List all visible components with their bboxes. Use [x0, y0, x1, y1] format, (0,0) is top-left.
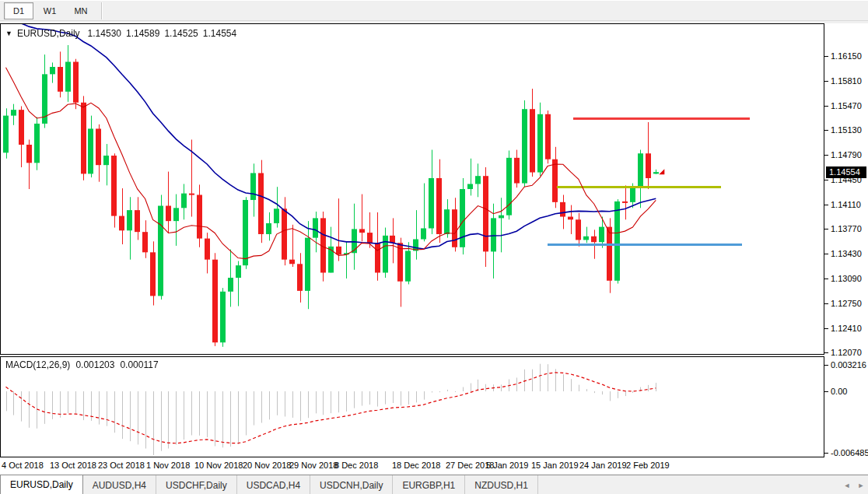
date-axis-label: 8 Dec 2018 [334, 461, 378, 470]
axis-tick [824, 106, 828, 107]
chart-title: ▼ EURUSD,Daily 1.14530 1.14589 1.14525 1… [5, 28, 236, 39]
date-axis-label: 29 Nov 2018 [289, 461, 338, 470]
date-axis-label: 4 Oct 2018 [2, 461, 44, 470]
price-axis-label: 1.12410 [831, 324, 862, 333]
chart-tab-audusd[interactable]: AUDUSD,H4 [83, 475, 156, 494]
axis-tick [824, 328, 828, 329]
price-axis-label: 1.12750 [831, 299, 862, 308]
ohlc-open: 1.14530 [88, 28, 121, 39]
axis-tick [824, 352, 828, 353]
timeframe-toolbar: D1W1MN [0, 0, 868, 21]
date-axis[interactable]: 4 Oct 201813 Oct 201823 Oct 20181 Nov 20… [0, 457, 824, 475]
chart-symbol-label: EURUSD,Daily [17, 28, 80, 39]
price-axis-label: 1.12070 [831, 348, 862, 357]
axis-tick [824, 229, 828, 229]
chart-tab-nzdusd[interactable]: NZDUSD,H1 [465, 475, 538, 494]
axis-tick [824, 81, 828, 82]
macd-axis-label: 0.00 [831, 387, 847, 396]
chart-tab-usdcnh[interactable]: USDCNH,Daily [310, 475, 393, 494]
chart-tab-usdchf[interactable]: USDCHF,Daily [156, 475, 237, 494]
price-axis-label: 1.13090 [831, 274, 862, 283]
price-axis-label: 1.15810 [831, 76, 862, 86]
chart-canvas[interactable] [0, 23, 824, 457]
tabbar-spacer [538, 475, 840, 494]
ohlc-high: 1.14589 [126, 28, 159, 39]
price-axis-label: 1.13430 [831, 249, 862, 258]
axis-tick [824, 303, 828, 304]
axis-tick [824, 180, 828, 180]
current-price-badge: 1.14554 [826, 166, 866, 178]
date-axis-label: 23 Oct 2018 [98, 461, 145, 470]
chart-tab-usdcad[interactable]: USDCAD,H4 [237, 475, 310, 494]
price-axis-label: 1.15130 [831, 125, 862, 135]
price-axis-label: 1.14790 [831, 150, 862, 159]
date-axis-label: 13 Oct 2018 [50, 461, 96, 470]
macd-label: MACD(12,26,9) [5, 359, 70, 370]
chart-tab-eurgbp[interactable]: EURGBP,H1 [393, 475, 465, 494]
axis-tick [824, 365, 828, 366]
date-axis-label: 24 Jan 2019 [579, 461, 627, 470]
axis-tick [824, 130, 828, 131]
date-axis-label: 10 Nov 2018 [194, 461, 243, 470]
axis-tick [824, 453, 828, 454]
axis-tick [824, 205, 828, 205]
date-axis-label: 18 Dec 2018 [392, 461, 440, 470]
scroll-left-arrow-icon[interactable]: ◄ [840, 475, 854, 494]
axis-tick [824, 391, 828, 392]
ohlc-low: 1.14525 [164, 28, 198, 39]
toolbar-separator [101, 2, 102, 19]
chevron-down-icon[interactable]: ▼ [5, 30, 12, 37]
macd-axis-label: -0.006485 [831, 448, 868, 457]
macd-signal-value: 0.000117 [120, 359, 158, 370]
axis-tick [824, 279, 828, 279]
date-axis-label: 2 Feb 2019 [626, 461, 670, 470]
chart-tab-eurusd[interactable]: EURUSD,Daily [0, 475, 83, 494]
price-axis-label: 1.16150 [831, 51, 862, 61]
macd-axis-label: 0.003216 [831, 360, 866, 370]
timeframe-button-mn[interactable]: MN [66, 2, 96, 19]
timeframe-button-d1[interactable]: D1 [4, 2, 33, 19]
scroll-right-arrow-icon[interactable]: ► [854, 475, 868, 494]
timeframe-button-w1[interactable]: W1 [35, 2, 65, 19]
price-axis-label: 1.13770 [831, 224, 862, 233]
date-axis-label: 20 Nov 2018 [243, 461, 291, 470]
axis-tick [824, 254, 828, 254]
axis-tick [824, 155, 828, 156]
ohlc-close: 1.14554 [203, 28, 236, 39]
axis-tick [824, 56, 828, 57]
chart-tab-bar: EURUSD,DailyAUDUSD,H4USDCHF,DailyUSDCAD,… [0, 475, 868, 494]
price-axis-label: 1.14110 [831, 200, 861, 209]
macd-indicator-title: MACD(12,26,9) 0.001203 0.000117 [5, 359, 159, 370]
mt4-window: { "toolbar": { "buttons": [ {"label":"D1… [0, 0, 868, 494]
date-axis-label: 15 Jan 2019 [531, 461, 579, 470]
price-axis-label: 1.15470 [831, 101, 862, 110]
date-axis-label: 5 Jan 2019 [486, 461, 528, 470]
macd-value: 0.001203 [75, 359, 114, 370]
price-axis[interactable]: 1.14554 1.161501.158101.154701.151301.14… [824, 23, 868, 475]
date-axis-label: 1 Nov 2018 [146, 461, 190, 470]
